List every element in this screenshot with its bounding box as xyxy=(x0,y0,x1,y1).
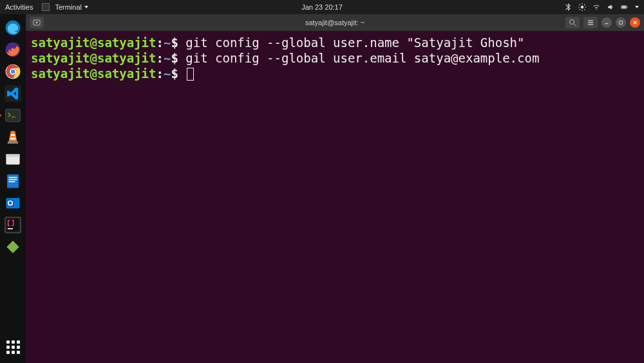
prompt-separator: : xyxy=(156,35,163,50)
prompt-path: ~ xyxy=(164,66,171,81)
prompt-separator: : xyxy=(156,51,163,65)
dropdown-icon xyxy=(84,6,88,8)
dock-edge[interactable] xyxy=(3,18,23,37)
svg-rect-16 xyxy=(6,154,19,157)
dock-firefox[interactable] xyxy=(3,40,23,59)
dock-intellij[interactable] xyxy=(3,215,23,235)
svg-point-9 xyxy=(10,69,15,74)
svg-rect-20 xyxy=(9,181,15,182)
dock-vscode[interactable] xyxy=(3,84,23,103)
prompt-path: ~ xyxy=(164,35,171,50)
svg-rect-26 xyxy=(8,228,13,230)
svg-rect-13 xyxy=(10,138,15,139)
prompt-userhost: satyajit@satyajit xyxy=(31,51,156,65)
app-menu-label: Terminal xyxy=(55,3,82,11)
show-applications[interactable] xyxy=(3,337,23,357)
dock xyxy=(0,14,26,363)
svg-rect-3 xyxy=(627,6,628,8)
svg-point-0 xyxy=(581,6,584,9)
terminal-menu-icon xyxy=(42,3,50,11)
cursor xyxy=(187,68,194,81)
dock-terminal[interactable] xyxy=(3,106,23,125)
svg-rect-19 xyxy=(9,179,17,181)
app-menu[interactable]: Terminal xyxy=(42,3,88,11)
battery-icon[interactable] xyxy=(621,3,629,11)
prompt-userhost: satyajit@satyajit xyxy=(31,35,156,50)
search-button[interactable] xyxy=(565,17,580,28)
prompt-dollar: $ xyxy=(171,66,185,81)
system-menu-icon[interactable] xyxy=(635,6,639,8)
terminal-line: satyajit@satyajit:~$ xyxy=(31,66,639,81)
maximize-button[interactable] xyxy=(616,17,626,28)
close-button[interactable] xyxy=(630,17,640,28)
prompt-dollar: $ xyxy=(171,35,185,50)
svg-rect-14 xyxy=(8,142,18,144)
new-tab-button[interactable] xyxy=(30,17,44,28)
svg-rect-29 xyxy=(620,21,623,25)
svg-rect-12 xyxy=(11,134,15,135)
terminal-body[interactable]: satyajit@satyajit:~$ git config --global… xyxy=(26,31,644,363)
prompt-userhost: satyajit@satyajit xyxy=(31,66,156,81)
command-text: git config --global user.email satya@exa… xyxy=(185,51,539,65)
menu-button[interactable] xyxy=(583,17,598,28)
topbar: Activities Terminal Jan 23 20:17 xyxy=(0,0,644,14)
titlebar: satyajit@satyajit: ~ xyxy=(26,14,644,31)
prompt-dollar: $ xyxy=(171,51,185,65)
svg-point-28 xyxy=(570,20,574,25)
bluetooth-icon[interactable] xyxy=(564,3,572,11)
terminal-window: satyajit@satyajit: ~ satyajit@satyajit:~… xyxy=(26,14,644,363)
dock-snap[interactable] xyxy=(3,237,23,257)
svg-rect-11 xyxy=(6,109,21,122)
dock-files[interactable] xyxy=(3,150,23,169)
prompt-separator: : xyxy=(156,66,163,81)
network-icon[interactable] xyxy=(592,3,600,11)
dock-chrome[interactable] xyxy=(3,62,23,81)
prompt-path: ~ xyxy=(164,51,171,65)
dock-libreoffice-writer[interactable] xyxy=(3,172,23,191)
clock[interactable]: Jan 23 20:17 xyxy=(301,3,343,11)
activities-button[interactable]: Activities xyxy=(5,3,33,11)
svg-rect-2 xyxy=(622,6,627,8)
dock-outlook[interactable] xyxy=(3,193,23,213)
svg-rect-18 xyxy=(9,177,17,179)
volume-icon[interactable] xyxy=(607,3,614,11)
minimize-button[interactable] xyxy=(601,17,612,28)
terminal-line: satyajit@satyajit:~$ git config --global… xyxy=(31,35,639,50)
dock-vlc[interactable] xyxy=(3,128,23,147)
brightness-icon[interactable] xyxy=(578,3,586,11)
command-text: git config --global user.name "Satyajit … xyxy=(185,35,524,50)
terminal-line: satyajit@satyajit:~$ git config --global… xyxy=(31,50,639,66)
window-title: satyajit@satyajit: ~ xyxy=(305,19,365,26)
system-tray[interactable] xyxy=(564,3,639,11)
